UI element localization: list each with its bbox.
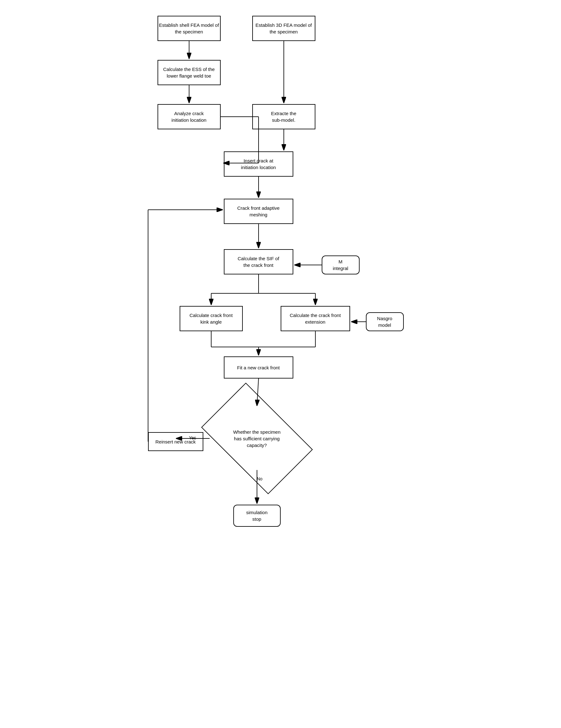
box-fit-crack: Fit a new crack front [224, 356, 293, 379]
label-no: No [257, 476, 263, 481]
box-nasgro: Nasgromodel [366, 312, 404, 331]
box-reinsert: Reinsert new crack [148, 432, 203, 451]
box-crack-front-meshing: Crack front adaptivemeshing [224, 199, 293, 224]
box-m-integral: Mintegral [322, 255, 360, 274]
box-analyze-crack: Analyze crackinitiation location [157, 104, 221, 129]
box-establish-3d: Establish 3D FEA model of the specimen [252, 16, 316, 41]
box-sim-stop: simulationstop [233, 505, 280, 527]
box-calc-ess: Calculate the ESS of thelower flange wel… [157, 60, 221, 85]
flowchart: Establish shell FEA model of the specime… [139, 6, 423, 700]
box-calc-kink: Calculate crack frontkink angle [180, 306, 243, 331]
box-calc-sif: Calculate the SIF ofthe crack front [224, 249, 293, 274]
box-calc-extension: Calculate the crack frontextension [280, 306, 350, 331]
box-insert-crack: Insert crack atinitiation location [224, 151, 293, 177]
diamond-text: Whether the specimenhas sufficient carry… [230, 426, 284, 452]
box-establish-shell: Establish shell FEA model of the specime… [157, 16, 221, 41]
box-extract-submodel: Extracte thesub-model. [252, 104, 316, 129]
diamond-carrying-capacity: Whether the specimenhas sufficient carry… [210, 407, 304, 470]
label-yes: Yes [189, 435, 196, 440]
